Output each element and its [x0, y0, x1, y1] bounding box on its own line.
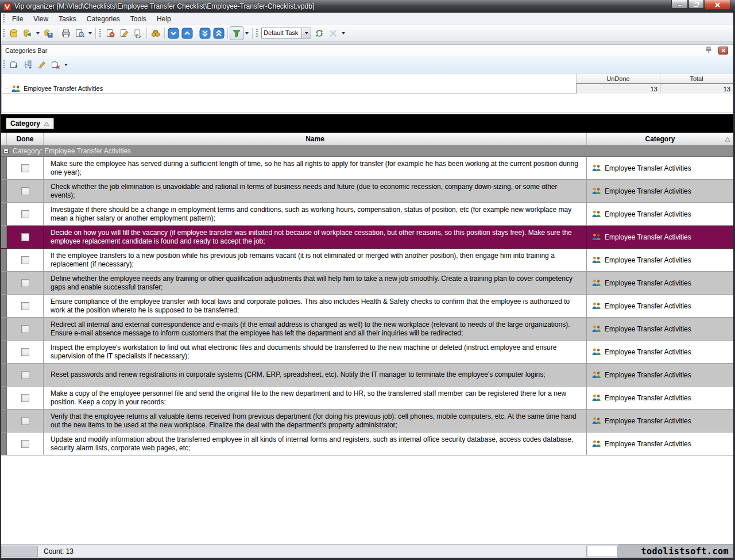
delete-task-button[interactable] [326, 26, 340, 40]
category-group-row[interactable]: Category: Employee Transfer Activities [1, 146, 733, 157]
task-table: Make sure the employee has served during… [1, 157, 733, 455]
menu-grip [3, 14, 5, 24]
move-down-button[interactable] [167, 26, 180, 40]
delete-x-icon [328, 29, 338, 38]
done-checkbox[interactable] [21, 394, 29, 402]
edit-task-icon [119, 29, 129, 38]
collapse-minus-icon[interactable] [3, 149, 9, 154]
done-checkbox[interactable] [21, 279, 29, 287]
toolbar-separator [196, 28, 196, 39]
category-people-icon [591, 233, 602, 241]
group-row-label: Category: Employee Transfer Activities [13, 147, 131, 155]
menu-tasks[interactable]: Tasks [53, 13, 82, 25]
done-checkbox[interactable] [21, 440, 29, 448]
done-column-header[interactable]: Done [7, 133, 44, 145]
task-row[interactable]: Define whether the employee needs any tr… [1, 272, 733, 295]
panel-close-button[interactable] [718, 47, 728, 55]
done-checkbox[interactable] [21, 325, 29, 333]
task-row[interactable]: Make sure the employee has served during… [1, 157, 733, 180]
done-checkbox[interactable] [21, 256, 29, 264]
new-category-button[interactable] [7, 58, 21, 72]
row-indicator-gutter [1, 203, 7, 225]
task-row[interactable]: Investigate if there should be a change … [1, 203, 733, 226]
category-people-icon [591, 164, 602, 172]
new-subcategory-button[interactable] [21, 58, 35, 72]
filter-button[interactable] [230, 26, 243, 40]
move-up-button[interactable] [180, 26, 194, 40]
print-button[interactable] [59, 26, 73, 40]
category-cell: Employee Transfer Activities [587, 341, 733, 363]
task-row[interactable]: Check whether the job elimination is una… [1, 180, 733, 203]
default-task-dropdown[interactable] [301, 28, 311, 38]
row-indicator-gutter [1, 318, 7, 340]
watermark-link[interactable]: todolistsoft.com [618, 544, 733, 558]
done-checkbox[interactable] [21, 348, 29, 356]
task-row[interactable]: Ensure compliance of the employee transf… [1, 295, 733, 318]
move-to-top-button[interactable] [212, 26, 226, 40]
name-column-header[interactable]: Name [44, 133, 587, 145]
task-row[interactable]: Update and modify information about the … [1, 432, 733, 455]
task-name: Reset passwords and renew registrations … [51, 370, 546, 379]
restore-button[interactable] [688, 0, 704, 9]
edit-category-icon [37, 60, 47, 69]
done-checkbox[interactable] [21, 164, 29, 172]
done-checkbox[interactable] [21, 417, 29, 425]
done-checkbox[interactable] [21, 371, 29, 379]
save-database-button[interactable] [41, 26, 55, 40]
search-button[interactable] [149, 26, 163, 40]
task-row[interactable]: Verify that the employee returns all val… [1, 410, 733, 432]
duplicate-task-icon [133, 29, 142, 38]
group-by-category-chip[interactable]: Category [6, 118, 54, 129]
pin-icon[interactable] [705, 47, 712, 54]
new-database-button[interactable] [7, 26, 21, 40]
filter-dropdown[interactable] [245, 32, 249, 34]
done-checkbox[interactable] [21, 302, 29, 310]
close-button[interactable] [705, 0, 730, 10]
task-row[interactable]: Inspect the employee's workstation to fi… [1, 341, 733, 364]
menu-view[interactable]: View [28, 13, 53, 25]
edit-task-button[interactable] [117, 26, 131, 40]
task-row[interactable]: Redirect all internal and external corre… [1, 318, 733, 341]
task-row[interactable]: Decide on how you will fill the vacancy … [1, 226, 733, 249]
menu-tools[interactable]: Tools [125, 13, 152, 25]
done-checkbox[interactable] [21, 233, 29, 241]
apply-default-task-button[interactable] [312, 26, 326, 40]
minimize-button[interactable] [671, 0, 688, 9]
print-preview-button[interactable] [73, 26, 87, 40]
print-preview-dropdown[interactable] [88, 32, 92, 34]
edit-category-button[interactable] [35, 58, 49, 72]
duplicate-task-button[interactable] [131, 26, 145, 40]
category-column-header[interactable]: Category [587, 133, 733, 145]
menu-file[interactable]: File [7, 13, 28, 25]
task-category-label: Employee Transfer Activities [605, 325, 691, 333]
category-people-icon [591, 325, 602, 333]
done-checkbox[interactable] [21, 210, 29, 218]
default-task-value[interactable]: Default Task [261, 28, 301, 38]
undone-column-header[interactable]: UnDone [576, 74, 660, 84]
category-tree-row[interactable]: ┈ Employee Transfer Activities 13 13 [2, 84, 733, 94]
toolbar-grip [3, 29, 5, 38]
categories-toolbar-dropdown[interactable] [64, 64, 68, 66]
task-row[interactable]: Make a copy of the employee personnel fi… [1, 387, 733, 410]
task-category-label: Employee Transfer Activities [605, 417, 691, 425]
table-column-headers: Done Name Category [1, 133, 733, 146]
toolbar-separator [146, 28, 147, 39]
chevron-up-icon [181, 28, 193, 39]
delete-dropdown[interactable] [342, 32, 345, 34]
title-bar: Vip organizer [M:\Vlad\Checklists\Employ… [0, 0, 735, 13]
task-name: Define whether the employee needs any tr… [51, 275, 582, 292]
new-task-button[interactable] [103, 26, 117, 40]
total-column-header[interactable]: Total [660, 74, 733, 84]
delete-category-button[interactable] [49, 58, 63, 72]
done-checkbox[interactable] [21, 187, 29, 195]
open-database-button[interactable] [21, 26, 34, 40]
menu-categories[interactable]: Categories [82, 13, 125, 25]
open-database-dropdown[interactable] [36, 32, 40, 34]
menu-help[interactable]: Help [152, 13, 176, 25]
task-row[interactable]: If the employee transfers to a new posit… [1, 249, 733, 272]
move-to-bottom-button[interactable] [198, 26, 212, 40]
done-cell [7, 249, 44, 271]
default-task-combo[interactable]: Default Task [261, 28, 311, 38]
task-row[interactable]: Reset passwords and renew registrations … [1, 364, 733, 387]
category-people-icon [591, 279, 602, 287]
